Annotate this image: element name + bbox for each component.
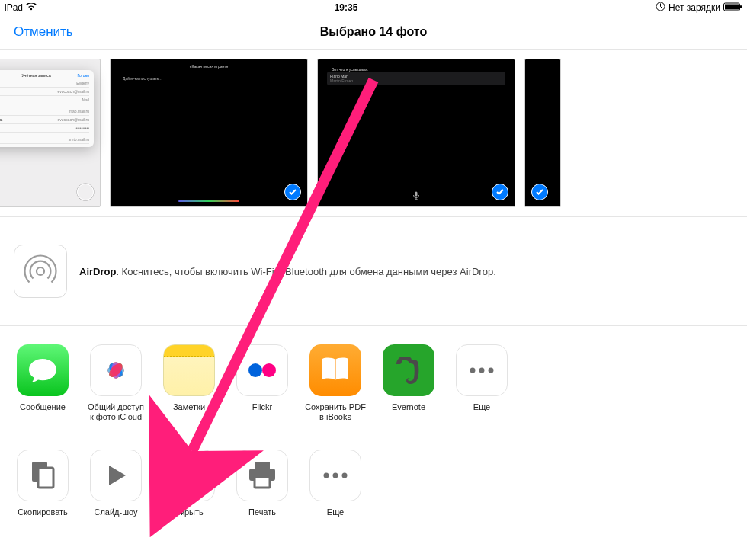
svg-rect-4 xyxy=(415,192,418,197)
more-icon xyxy=(309,450,361,501)
action-more[interactable]: Еще xyxy=(305,450,366,529)
svg-point-16 xyxy=(470,368,476,373)
svg-rect-20 xyxy=(38,468,53,488)
hide-icon xyxy=(163,450,215,501)
action-hide[interactable]: Скрыть xyxy=(159,450,220,529)
photo-thumb[interactable]: Настройки Основные Обои Звуки Пароль Кон… xyxy=(0,59,101,207)
share-more[interactable]: Еще xyxy=(451,344,512,424)
airdrop-section[interactable]: AirDrop. Коснитесь, чтобы включить Wi-Fi… xyxy=(0,217,747,326)
select-badge[interactable] xyxy=(492,184,508,200)
svg-point-5 xyxy=(37,267,44,275)
cancel-button[interactable]: Отменить xyxy=(14,24,73,40)
photo-thumb[interactable] xyxy=(524,59,561,207)
airdrop-icon xyxy=(14,245,67,298)
airdrop-text: AirDrop. Коснитесь, чтобы включить Wi-Fi… xyxy=(79,266,496,277)
svg-rect-26 xyxy=(255,477,270,488)
select-badge[interactable] xyxy=(531,184,548,200)
mic-icon xyxy=(412,191,420,202)
photos-icon xyxy=(90,344,142,396)
svg-rect-24 xyxy=(255,462,270,469)
share-messages[interactable]: Сообщение xyxy=(12,344,73,424)
action-print[interactable]: Печать xyxy=(232,450,293,529)
share-ibooks[interactable]: Сохранить PDF в iBooks xyxy=(305,344,366,424)
svg-point-14 xyxy=(248,363,262,377)
photo-thumb[interactable]: «Какая песня играет» Дайте-ка послушать… xyxy=(110,59,308,207)
svg-point-28 xyxy=(333,473,338,478)
messages-icon xyxy=(17,344,69,396)
photo-thumbnails: Настройки Основные Обои Звуки Пароль Кон… xyxy=(0,49,747,217)
share-apps-row: Сообщение Общий досту xyxy=(6,338,741,424)
page-title: Выбрано 14 фото xyxy=(320,25,427,39)
notes-icon xyxy=(163,344,215,396)
nav-bar: Отменить Выбрано 14 фото xyxy=(0,15,747,49)
charging-text: Нет зарядки xyxy=(668,2,720,13)
device-label: iPad xyxy=(5,2,23,13)
select-badge[interactable] xyxy=(284,184,301,200)
print-icon xyxy=(236,450,288,501)
wifi-icon xyxy=(26,2,37,13)
select-badge[interactable] xyxy=(77,184,94,200)
action-slideshow[interactable]: Слайд-шоу xyxy=(85,450,146,529)
share-notes[interactable]: Заметки xyxy=(159,344,220,424)
svg-point-29 xyxy=(342,473,348,478)
share-flickr[interactable]: Flickr xyxy=(232,344,293,424)
copy-icon xyxy=(17,450,69,501)
svg-point-17 xyxy=(479,368,485,373)
battery-icon xyxy=(723,2,742,14)
action-copy[interactable]: Скопировать xyxy=(12,450,73,529)
ibooks-icon xyxy=(309,344,361,396)
flickr-icon xyxy=(236,344,288,396)
play-icon xyxy=(90,450,142,501)
svg-point-18 xyxy=(489,368,494,373)
action-row: Скопировать Слайд-шоу Скрыть Печать xyxy=(6,443,741,529)
svg-rect-3 xyxy=(740,5,742,8)
clock: 19:35 xyxy=(335,2,358,13)
not-charging-icon xyxy=(656,2,665,14)
share-evernote[interactable]: Evernote xyxy=(378,344,439,424)
svg-point-15 xyxy=(262,363,276,377)
svg-rect-2 xyxy=(725,4,739,9)
evernote-icon xyxy=(383,344,434,396)
more-icon xyxy=(456,344,508,396)
photo-thumb[interactable]: Вот что я услышала: Piano Man Martin Erm… xyxy=(317,59,515,207)
status-bar: iPad 19:35 Нет зарядки xyxy=(0,0,747,15)
svg-point-27 xyxy=(324,473,329,478)
share-icloud-photo[interactable]: Общий доступ к фото iCloud xyxy=(85,344,146,424)
